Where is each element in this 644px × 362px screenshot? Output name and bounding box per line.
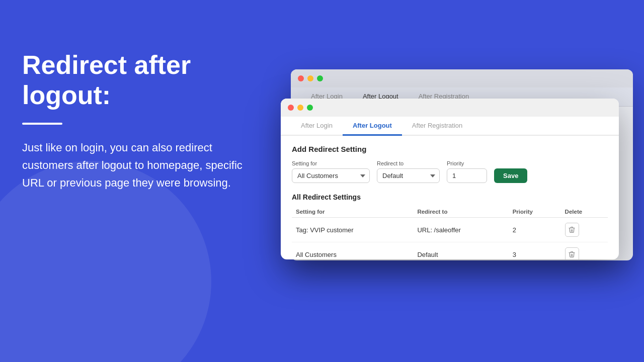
expand-dot-front [307, 105, 313, 111]
cell-delete [561, 218, 608, 242]
close-dot-back [298, 75, 304, 81]
setting-for-select[interactable]: All Customers Tag: VVIP customer [292, 168, 370, 183]
cell-setting-for: Tag: VVIP customer [292, 218, 413, 242]
form-row: Setting for All Customers Tag: VVIP cust… [292, 160, 608, 183]
col-redirect-to: Redirect to [413, 206, 508, 218]
minimize-dot-front [297, 105, 303, 111]
tab-after-logout-front[interactable]: After Logout [343, 117, 402, 136]
page-title: Redirect after logout: [22, 50, 244, 111]
delete-button[interactable] [565, 223, 579, 237]
table-body: Tag: VVIP customer URL: /saleoffer 2 All… [292, 218, 608, 260]
redirect-to-select[interactable]: Default Homepage Previous Page Specific … [377, 168, 440, 183]
setting-for-group: Setting for All Customers Tag: VVIP cust… [292, 160, 370, 183]
minimize-dot-back [307, 75, 313, 81]
window-content: Add Redirect Setting Setting for All Cus… [281, 136, 619, 259]
titlebar-back [291, 69, 633, 87]
col-setting-for: Setting for [292, 206, 413, 218]
tab-after-login-front[interactable]: After Login [291, 117, 343, 136]
redirect-to-label: Redirect to [377, 160, 440, 166]
divider [22, 123, 62, 125]
priority-input[interactable] [447, 168, 487, 183]
col-priority: Priority [509, 206, 561, 218]
expand-dot-back [317, 75, 323, 81]
add-redirect-title: Add Redirect Setting [292, 145, 608, 153]
setting-for-label: Setting for [292, 160, 370, 166]
tabs-front: After Login After Logout After Registrat… [281, 117, 619, 136]
cell-delete [561, 242, 608, 260]
priority-label: Priority [447, 160, 487, 166]
table-row: Tag: VVIP customer URL: /saleoffer 2 [292, 218, 608, 242]
description-text: Just like on login, you can also redirec… [22, 139, 244, 192]
table-header: Setting for Redirect to Priority Delete [292, 206, 608, 218]
window-front: After Login After Logout After Registrat… [281, 99, 619, 259]
redirect-to-group: Redirect to Default Homepage Previous Pa… [377, 160, 440, 183]
close-dot-front [288, 105, 294, 111]
save-button[interactable]: Save [494, 168, 527, 183]
all-settings-title: All Redirect Settings [292, 193, 608, 201]
table-row: All Customers Default 3 [292, 242, 608, 260]
titlebar-front [281, 99, 619, 117]
delete-button[interactable] [565, 247, 579, 259]
left-panel: Redirect after logout: Just like on logi… [22, 50, 244, 192]
tab-after-registration-front[interactable]: After Registration [402, 117, 472, 136]
priority-group: Priority [447, 160, 487, 183]
cell-redirect-to: Default [413, 242, 508, 260]
cell-redirect-to: URL: /saleoffer [413, 218, 508, 242]
cell-priority: 2 [509, 218, 561, 242]
cell-setting-for: All Customers [292, 242, 413, 260]
cell-priority: 3 [509, 242, 561, 260]
redirect-settings-table: Setting for Redirect to Priority Delete … [292, 206, 608, 259]
col-delete: Delete [561, 206, 608, 218]
